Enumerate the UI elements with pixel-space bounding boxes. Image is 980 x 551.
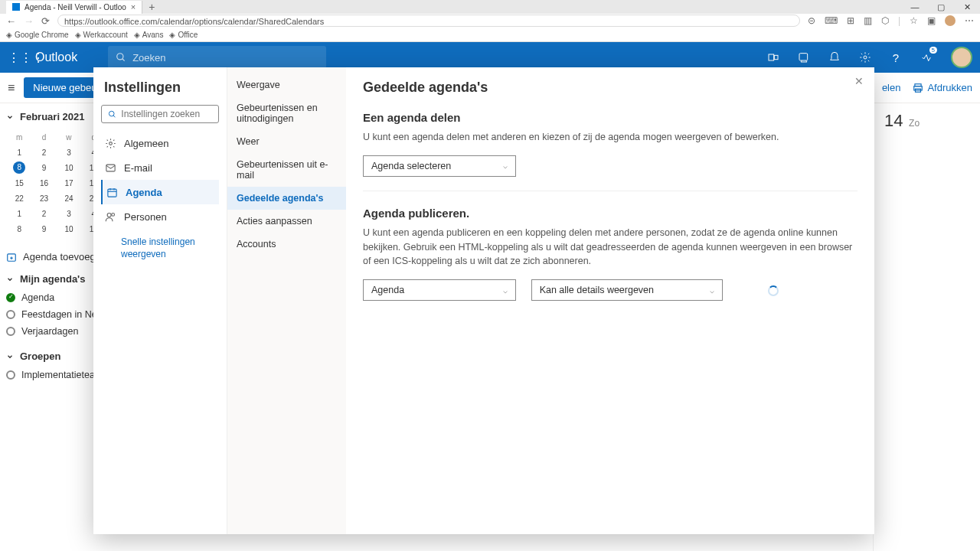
svg-point-12 (109, 111, 114, 116)
profile-icon[interactable] (945, 15, 956, 26)
share-title: Een agenda delen (363, 111, 858, 124)
settings-icon[interactable] (859, 51, 871, 64)
print-icon (913, 83, 923, 93)
settings-search-input[interactable] (121, 109, 212, 119)
menu-icon[interactable]: ⋯ (965, 15, 974, 26)
activity-icon[interactable]: 5 (920, 51, 933, 64)
meet-now-icon[interactable] (798, 51, 810, 64)
subnav-from-email[interactable]: Gebeurtenissen uit e-mail (227, 153, 346, 187)
reload-button[interactable]: ⟳ (41, 15, 50, 27)
gear-icon (104, 137, 116, 149)
bookmark-item[interactable]: ◈ Google Chrome (6, 31, 69, 39)
extension-icon[interactable]: ▣ (927, 15, 936, 26)
address-bar[interactable]: https://outlook.office.com/calendar/opti… (57, 15, 800, 27)
bookmark-item[interactable]: ◈ Office (169, 31, 198, 39)
new-tab-button[interactable]: + (149, 1, 155, 13)
qr-icon[interactable]: ⊞ (847, 15, 854, 26)
share-button[interactable]: elen (882, 82, 901, 93)
search-icon (108, 109, 116, 119)
publish-title: Agenda publiceren. (363, 207, 858, 220)
svg-rect-3 (774, 55, 778, 59)
calendar-icon (106, 186, 118, 198)
svg-line-1 (122, 59, 125, 61)
day-number: 14 (884, 111, 903, 130)
quick-settings-link[interactable]: Snelle instellingen weergeven (101, 230, 219, 266)
svg-point-14 (109, 142, 112, 145)
reader-icon[interactable]: ⊝ (808, 15, 815, 26)
bookmark-item[interactable]: ◈ Werkaccount (75, 31, 128, 39)
settings-search[interactable] (101, 105, 219, 123)
svg-point-5 (864, 56, 867, 59)
modal-title: Instellingen (101, 80, 219, 96)
maximize-button[interactable]: ▢ (928, 2, 954, 12)
translate-icon[interactable]: ⌨ (825, 15, 838, 26)
svg-rect-2 (769, 54, 774, 60)
close-window-button[interactable]: ✕ (954, 2, 980, 12)
subnav-accounts[interactable]: Accounts (227, 233, 346, 256)
permission-dropdown[interactable]: Kan alle details weergeven ⌵ (531, 279, 723, 301)
teams-icon[interactable] (767, 51, 779, 64)
browser-tab[interactable]: Agenda - Neill Verwill - Outloo × (6, 1, 142, 14)
notification-badge: 5 (929, 47, 937, 54)
chevron-down-icon: ⌵ (503, 161, 508, 170)
search-box[interactable] (108, 46, 326, 69)
back-button[interactable]: ← (6, 15, 16, 27)
collections-icon[interactable]: ▥ (864, 15, 872, 26)
tab-title: Agenda - Neill Verwill - Outloo (24, 3, 126, 11)
people-icon (104, 210, 116, 223)
chevron-down-icon (6, 353, 14, 360)
subnav-view[interactable]: Weergave (227, 73, 346, 96)
checkbox-icon (6, 310, 15, 319)
favorite-icon[interactable]: ☆ (910, 15, 918, 26)
help-icon[interactable]: ? (890, 51, 902, 64)
chevron-down-icon: ⌵ (503, 286, 508, 295)
chevron-down-icon: ⌵ (710, 286, 714, 295)
search-icon (116, 52, 126, 63)
nav-email[interactable]: E-mail (101, 155, 219, 180)
svg-rect-16 (107, 189, 116, 197)
day-label: Zo (909, 118, 920, 129)
svg-point-0 (117, 54, 123, 60)
loading-spinner-icon (768, 285, 779, 296)
checkbox-icon (6, 327, 15, 336)
tab-close-icon[interactable]: × (131, 2, 136, 11)
subnav-events[interactable]: Gebeurtenissen en uitnodigingen (227, 96, 346, 130)
checkbox-checked-icon (6, 293, 15, 302)
notifications-icon[interactable] (828, 51, 841, 64)
chevron-down-icon (6, 276, 14, 283)
calendar-add-icon (6, 252, 17, 262)
content-heading: Gedeelde agenda's (363, 80, 858, 96)
checkbox-icon (6, 370, 15, 380)
divider (363, 191, 858, 191)
svg-point-20 (107, 213, 111, 217)
svg-point-21 (111, 213, 114, 216)
app-name: Outlook (35, 51, 77, 64)
bookmark-item[interactable]: ◈ Avans (134, 31, 164, 39)
select-calendar-dropdown[interactable]: Agenda selecteren ⌵ (363, 155, 516, 177)
subnav-shared[interactable]: Gedeelde agenda's (227, 187, 346, 210)
tab-favicon (12, 3, 20, 11)
nav-calendar[interactable]: Agenda (101, 180, 219, 204)
chevron-down-icon (6, 113, 14, 121)
mail-icon (104, 161, 116, 174)
app-launcher-icon[interactable]: ⋮⋮⋮ (8, 51, 32, 65)
shield-icon[interactable]: ⬡ (881, 15, 889, 26)
publish-description: U kunt een agenda publiceren en een kopp… (363, 226, 858, 269)
svg-line-13 (113, 115, 115, 116)
search-input[interactable] (132, 52, 261, 64)
hamburger-icon[interactable]: ≡ (8, 81, 15, 95)
avatar[interactable] (951, 47, 972, 68)
share-description: U kunt een agenda delen met anderen en k… (363, 130, 858, 145)
forward-button[interactable]: → (24, 15, 34, 27)
settings-modal: Instellingen Algemeen E-mail Agenda Pers… (93, 67, 874, 534)
publish-calendar-dropdown[interactable]: Agenda ⌵ (363, 279, 516, 301)
print-button[interactable]: Afdrukken (913, 82, 972, 93)
nav-people[interactable]: Personen (101, 204, 219, 229)
svg-rect-4 (799, 54, 808, 60)
minimize-button[interactable]: — (902, 2, 928, 12)
close-icon[interactable]: ✕ (854, 75, 864, 87)
nav-general[interactable]: Algemeen (101, 131, 219, 155)
subnav-weather[interactable]: Weer (227, 130, 346, 153)
subnav-actions[interactable]: Acties aanpassen (227, 210, 346, 233)
